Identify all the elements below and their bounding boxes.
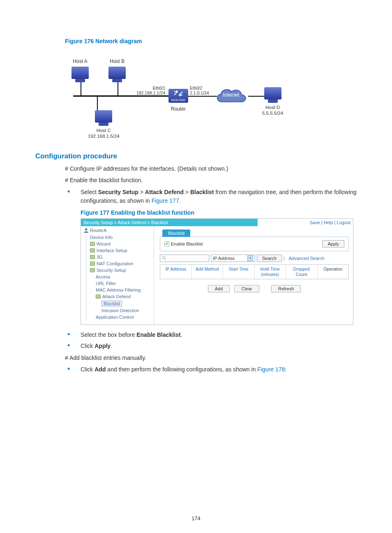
nav-interface-setup[interactable]: Interface Setup [83, 247, 154, 254]
computer-icon [95, 110, 112, 123]
figure-178-link[interactable]: Figure 178 [257, 366, 285, 373]
host-c-label: Host C 192.168.1.5/24 [88, 127, 120, 139]
tab-blacklist[interactable]: Blacklist [162, 229, 190, 237]
figure-177-link[interactable]: Figure 177 [152, 197, 179, 204]
col-operation: Operation [318, 265, 349, 279]
nav-app-control[interactable]: Application Control [83, 314, 154, 320]
col-method[interactable]: Add Method [192, 265, 224, 279]
svg-point-0 [85, 228, 88, 231]
folder-icon [90, 255, 95, 259]
col-hold[interactable]: Hold Time (minutes) [255, 265, 286, 279]
bullet-click-add: Click Add and then perform the following… [65, 365, 357, 374]
eth01-ip: 192.168.1.1/24 [136, 90, 165, 95]
bullet-click-apply: Click Apply. [65, 342, 357, 350]
folder-icon [90, 262, 95, 266]
computer-icon [108, 67, 126, 79]
host-b-label: Host B [108, 58, 126, 64]
user-icon [83, 228, 89, 233]
nav-wizard[interactable]: Wizard [83, 241, 154, 247]
step-configure-ip: # Configure IP addresses for the interfa… [65, 165, 357, 173]
col-dropped[interactable]: Dropped Count [286, 265, 318, 279]
eth02-label: Eth0/2 [190, 86, 202, 90]
nav-device-info[interactable]: Device Info [83, 234, 154, 241]
figure-176-caption: Figure 176 Network diagram [65, 38, 357, 44]
nav-intrusion[interactable]: Intrusion Detection [83, 307, 154, 314]
computer-icon [264, 87, 281, 100]
step-add-entries: # Add blacklist entries manually. [65, 354, 357, 362]
section-configuration-procedure: Configuration procedure [35, 152, 357, 160]
col-ip[interactable]: IP Address [160, 265, 192, 279]
internet-label: Internet [213, 92, 249, 98]
advanced-search-link[interactable]: Advanced Search [289, 256, 325, 261]
search-input[interactable] [160, 255, 209, 262]
computer-icon [71, 67, 89, 79]
clear-button[interactable]: Clear [234, 285, 259, 292]
nav-access[interactable]: Access [83, 273, 154, 280]
blacklist-table-header: IP Address Add Method Start Time Hold Ti… [160, 264, 349, 279]
step-enable-blacklist: # Enable the blacklist function. [65, 176, 357, 184]
page-number: 174 [0, 515, 392, 521]
svg-point-1 [162, 256, 165, 259]
help-link[interactable]: Help [324, 220, 333, 225]
refresh-button[interactable]: Refresh [271, 285, 301, 292]
nav-blacklist[interactable]: Blacklist [83, 300, 154, 307]
nav-tree: RouterA Device Info Wizard Interface Set… [81, 226, 154, 324]
bullet-select-enable: Select the box before Enable Blacklist. [65, 331, 357, 339]
search-button[interactable]: Search [257, 255, 282, 262]
folder-icon [90, 268, 95, 272]
nav-mac-filter[interactable]: MAC Address Filtering [83, 287, 154, 293]
host-d-label: Host D 5.5.5.5/24 [262, 104, 283, 116]
nav-security-setup[interactable]: Security Setup [83, 267, 154, 273]
folder-icon [90, 242, 95, 246]
router-icon: ROUTER [168, 89, 188, 103]
svg-line-2 [165, 259, 166, 260]
nav-nat[interactable]: NAT Configuration [83, 260, 154, 267]
host-a-label: Host A [71, 58, 89, 64]
search-icon [162, 256, 166, 260]
logout-link[interactable]: Logout [337, 220, 350, 225]
eth02-ip: 2.1.0.1/24 [190, 90, 209, 95]
col-start[interactable]: Start Time [223, 265, 255, 279]
network-diagram: Host A Host B Host C 192.168.1.5/24 Eth0… [65, 47, 295, 141]
internet-cloud-icon: Internet [213, 86, 249, 106]
top-links: Save | Help | Logout [258, 219, 353, 226]
bullet-navigate: Select Security Setup > Attack Defend > … [65, 188, 357, 205]
admin-ui-screenshot: Security Setup > Attack Defend > Blackli… [81, 218, 353, 325]
router-label: Router [165, 106, 191, 112]
folder-icon [90, 248, 95, 253]
tree-root-label[interactable]: RouterA [90, 228, 106, 233]
chevron-down-icon: ▾ [247, 255, 253, 261]
nav-3g[interactable]: 3G [83, 254, 154, 260]
enable-blacklist-label[interactable]: Enable Blacklist [164, 241, 203, 246]
enable-blacklist-checkbox[interactable] [164, 241, 169, 246]
figure-177-caption: Figure 177 Enabling the blacklist functi… [81, 209, 357, 216]
nav-attack-defend[interactable]: Attack Defend [83, 293, 154, 300]
eth01-label: Eth0/1 [153, 86, 165, 90]
search-field-dropdown[interactable]: IP Address ▾ [211, 255, 255, 262]
folder-icon [96, 294, 101, 299]
apply-button[interactable]: Apply [322, 240, 344, 248]
add-button[interactable]: Add [208, 285, 230, 292]
breadcrumb: Security Setup > Attack Defend > Blackli… [81, 219, 258, 226]
save-link[interactable]: Save [310, 220, 320, 225]
nav-url-filter[interactable]: URL Filter [83, 280, 154, 287]
